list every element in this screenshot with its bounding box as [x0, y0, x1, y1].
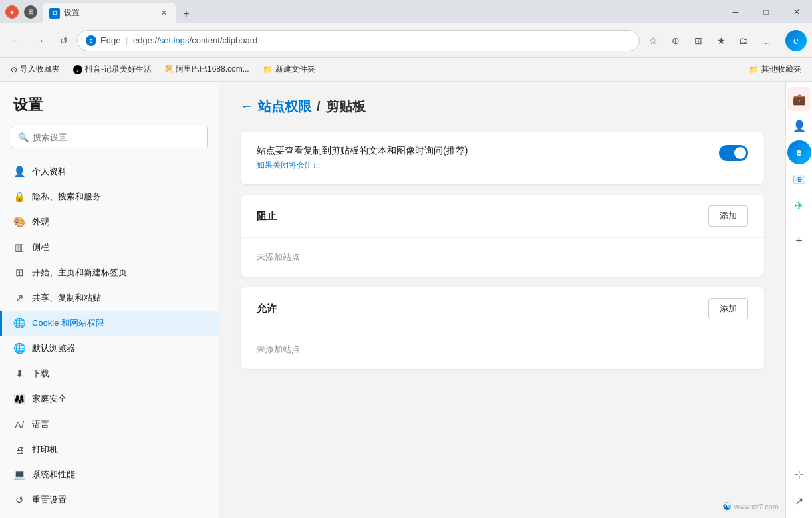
- new-tab-button[interactable]: +: [177, 5, 196, 23]
- printer-label: 打印机: [32, 444, 58, 455]
- extensions-button[interactable]: ⊕: [665, 30, 686, 51]
- tab-close-button[interactable]: ✕: [158, 8, 169, 19]
- language-icon: A/: [13, 418, 25, 430]
- sidebar-item-language[interactable]: A/ 语言: [0, 412, 219, 437]
- sidebar-item-appearance[interactable]: 🎨 外观: [0, 209, 219, 235]
- bookmark-alibaba[interactable]: 阿 阿里巴巴1688.com...: [160, 62, 255, 78]
- other-bookmarks-label: 其他收藏夹: [761, 64, 801, 75]
- sidebar-item-share[interactable]: ↗ 共享、复制和粘贴: [0, 285, 219, 311]
- block-section-header: 阻止 添加: [241, 195, 764, 238]
- browser-icon: 🌐: [13, 342, 25, 354]
- sidebar-item-mobile[interactable]: 📱 手机和其他设备: [0, 513, 219, 518]
- newfolder-label: 新建文件夹: [275, 64, 315, 75]
- other-folder-icon: 📁: [749, 65, 759, 74]
- search-box[interactable]: 🔍: [11, 126, 208, 148]
- minimize-button[interactable]: ─: [720, 0, 751, 23]
- block-empty-state: 未添加站点: [241, 238, 764, 277]
- breadcrumb-link[interactable]: 站点权限: [258, 98, 311, 116]
- back-button[interactable]: ←: [5, 30, 27, 51]
- right-panel-divider: [791, 223, 807, 223]
- alibaba-label: 阿里巴巴1688.com...: [176, 64, 249, 75]
- send-icon[interactable]: ✈: [787, 194, 811, 217]
- bookmarks-bar: ⊙ 导入收藏夹 ♪ 抖音-记录美好生活 阿 阿里巴巴1688.com... 📁 …: [0, 58, 812, 82]
- forward-button[interactable]: →: [29, 30, 51, 51]
- window-controls: ─ □ ✕: [720, 0, 812, 23]
- appearance-label: 外观: [32, 216, 49, 228]
- title-bar-left: ● ⊞: [5, 5, 37, 19]
- toolbar-separator: [781, 34, 781, 47]
- sidebar-item-printer[interactable]: 🖨 打印机: [0, 437, 219, 462]
- sidebar-item-family[interactable]: 👨‍👩‍👧 家庭安全: [0, 386, 219, 412]
- sidebar-item-profile[interactable]: 👤 个人资料: [0, 159, 219, 184]
- maximize-button[interactable]: □: [751, 0, 781, 23]
- main-layout: 设置 🔍 👤 个人资料 🔒 隐私、搜索和服务 🎨 外观 ▥ 侧栏 ⊞ 开始、主页…: [0, 82, 812, 518]
- people-icon[interactable]: 👤: [787, 114, 811, 138]
- family-icon: 👨‍👩‍👧: [13, 393, 25, 405]
- sidebar-icon: ▥: [13, 241, 25, 253]
- right-add-button[interactable]: +: [787, 229, 811, 253]
- url-separator: |: [126, 35, 128, 45]
- url-settings: settings: [160, 35, 190, 45]
- sidebar-item-browser[interactable]: 🌐 默认浏览器: [0, 336, 219, 361]
- page-title: 剪贴板: [326, 98, 366, 116]
- refresh-button[interactable]: ↺: [53, 30, 74, 51]
- other-bookmarks-button[interactable]: 📁 其他收藏夹: [744, 62, 807, 78]
- newtab-label: 开始、主页和新建标签页: [32, 267, 127, 279]
- douyin-label: 抖音-记录美好生活: [85, 64, 152, 75]
- sidebar-item-system[interactable]: 💻 系统和性能: [0, 462, 219, 487]
- sidebar-item-privacy[interactable]: 🔒 隐私、搜索和服务: [0, 184, 219, 209]
- share-icon: ↗: [13, 292, 25, 304]
- reset-icon: ↺: [13, 494, 25, 506]
- edge-circle-icon[interactable]: e: [787, 140, 811, 164]
- address-input[interactable]: e Edge | edge://settings/content/clipboa…: [77, 30, 640, 51]
- more-button[interactable]: …: [755, 30, 777, 51]
- sidebar-item-download[interactable]: ⬇ 下载: [0, 361, 219, 386]
- sidebar-nav-label: 侧栏: [32, 241, 49, 253]
- allow-add-button[interactable]: 添加: [708, 298, 748, 319]
- content-area: ← 站点权限 / 剪贴板 站点要查看复制到剪贴板的文本和图像时询问(推荐) 如果…: [219, 82, 785, 518]
- collections-button[interactable]: 🗂: [733, 30, 754, 51]
- sidebar: 设置 🔍 👤 个人资料 🔒 隐私、搜索和服务 🎨 外观 ▥ 侧栏 ⊞ 开始、主页…: [0, 82, 219, 518]
- bookmark-import[interactable]: ⊙ 导入收藏夹: [5, 62, 65, 78]
- close-button[interactable]: ✕: [781, 0, 812, 23]
- block-section-title: 阻止: [257, 210, 277, 223]
- cookies-icon: 🌐: [13, 317, 25, 329]
- screen-capture-icon[interactable]: ⊹: [787, 462, 811, 486]
- edge-logo-button[interactable]: e: [785, 30, 807, 51]
- search-icon: 🔍: [18, 132, 29, 142]
- wallet-icon[interactable]: 💼: [787, 87, 811, 111]
- sidebar-item-reset[interactable]: ↺ 重置设置: [0, 487, 219, 513]
- split-screen-button[interactable]: ⊞: [688, 30, 709, 51]
- settings-tab[interactable]: ⚙ 设置 ✕: [43, 3, 176, 23]
- system-icon: 💻: [13, 469, 25, 481]
- language-label: 语言: [32, 418, 49, 430]
- tab-grid-button[interactable]: ⊞: [24, 5, 37, 19]
- download-label: 下载: [32, 368, 49, 380]
- favorites-button[interactable]: ★: [710, 30, 732, 51]
- settings-tab-icon: ⚙: [49, 8, 60, 19]
- outlook-icon[interactable]: 📧: [787, 167, 811, 191]
- sidebar-item-cookies[interactable]: 🌐 Cookie 和网站权限: [0, 311, 219, 336]
- breadcrumb-separator: /: [317, 99, 321, 114]
- profile-icon: 👤: [13, 166, 25, 178]
- back-breadcrumb-arrow[interactable]: ←: [241, 100, 253, 114]
- toggle-card-text: 站点要查看复制到剪贴板的文本和图像时询问(推荐) 如果关闭将会阻止: [257, 145, 468, 171]
- title-bar: ● ⊞ ⚙ 设置 ✕ + ─ □ ✕: [0, 0, 812, 23]
- bookmark-douyin[interactable]: ♪ 抖音-记录美好生活: [68, 62, 157, 78]
- page-header: ← 站点权限 / 剪贴板: [241, 98, 764, 116]
- block-section-card: 阻止 添加 未添加站点: [241, 195, 764, 277]
- star-button[interactable]: ☆: [642, 30, 664, 51]
- expand-icon[interactable]: ↗: [787, 489, 811, 513]
- block-add-button[interactable]: 添加: [708, 205, 748, 227]
- profile-avatar[interactable]: ●: [5, 5, 19, 19]
- url-display: Edge | edge://settings/content/clipboard: [100, 35, 631, 45]
- sidebar-item-sidebar[interactable]: ▥ 侧栏: [0, 235, 219, 260]
- tabs-area: ⚙ 设置 ✕ +: [43, 0, 807, 23]
- toggle-sub-text: 如果关闭将会阻止: [257, 160, 468, 171]
- search-input[interactable]: [33, 132, 201, 142]
- clipboard-toggle[interactable]: [719, 145, 748, 161]
- bookmark-newfolder[interactable]: 📁 新建文件夹: [257, 62, 321, 78]
- profile-label: 个人资料: [32, 166, 67, 178]
- allow-section-header: 允许 添加: [241, 287, 764, 330]
- sidebar-item-newtab[interactable]: ⊞ 开始、主页和新建标签页: [0, 260, 219, 285]
